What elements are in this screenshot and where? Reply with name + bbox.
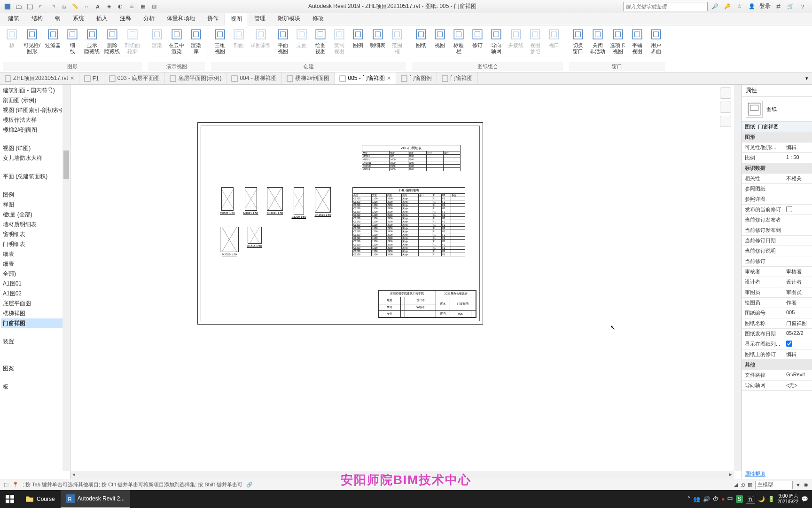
selection-toggle-icon[interactable]: ⬚	[4, 482, 8, 488]
model-icon[interactable]: ▦	[748, 482, 752, 488]
browser-item[interactable]: 细表	[1, 259, 69, 269]
ribbon-btn-2-0[interactable]: 三维 视图	[211, 26, 229, 56]
ribbon-btn-2-3[interactable]: 平面 视图	[274, 26, 292, 56]
link-icon[interactable]: 🔗	[246, 482, 253, 488]
browser-item[interactable]: 视图 (详图索引-剖切索引	[1, 105, 69, 115]
browser-item[interactable]: 平面 (总建筑面积)	[1, 172, 69, 182]
prop-row[interactable]: 图纸发布日期05/22/2	[742, 329, 812, 339]
prop-row[interactable]: 设计者设计者	[742, 277, 812, 287]
prop-row[interactable]: 图纸编号005	[742, 308, 812, 318]
redo-icon[interactable]	[48, 2, 57, 11]
ribbon-btn-4-2[interactable]: 选项卡 视图	[608, 26, 627, 56]
doc-tab-3[interactable]: 底层平面图(示例)	[165, 72, 226, 84]
text-icon[interactable]: A	[93, 2, 102, 11]
browser-item[interactable]: 窗明细表	[1, 230, 69, 239]
browser-item[interactable]: 图例	[1, 190, 69, 200]
browser-item[interactable]: 图案	[1, 364, 69, 373]
tray-volume-icon[interactable]: 🔊	[703, 496, 710, 502]
select-icon[interactable]: ◉	[804, 482, 808, 488]
prop-row[interactable]: 绘图员作者	[742, 298, 812, 308]
close-icon[interactable]: ✕	[70, 75, 74, 81]
ribbon-tab-9[interactable]: 视图	[225, 13, 248, 25]
doc-tab-4[interactable]: 004 - 楼梯祥图	[226, 72, 282, 84]
tray-up-icon[interactable]: ˄	[687, 496, 690, 502]
tray-moon-icon[interactable]: 🌙	[758, 496, 765, 502]
browser-item[interactable]: 装置	[1, 337, 69, 347]
ribbon-btn-0-2[interactable]: 过滤器	[43, 26, 62, 49]
prop-value[interactable]: 审核者	[784, 267, 812, 277]
ribbon-tab-10[interactable]: 管理	[248, 12, 272, 25]
browser-item[interactable]: A1图02	[1, 289, 69, 299]
ribbon-btn-2-8[interactable]: 明细表	[368, 26, 387, 49]
prop-value[interactable]	[784, 225, 812, 235]
doc-tab-5[interactable]: 楼梯2#剖面图	[282, 72, 335, 84]
browser-item[interactable]: 楼板作法大样	[1, 115, 69, 125]
doc-tab-6[interactable]: 005 - 门窗祥图✕	[335, 72, 396, 84]
ribbon-btn-4-0[interactable]: 切换 窗口	[569, 26, 587, 56]
user-icon[interactable]: 👤	[747, 2, 757, 11]
prop-row[interactable]: 参照图纸	[742, 184, 812, 194]
tray-ime-icon[interactable]: S	[736, 495, 742, 503]
browser-item[interactable]: 祥图	[1, 200, 69, 210]
pin-icon[interactable]: 📍	[12, 482, 19, 488]
prop-row[interactable]: 当前修订日期	[742, 236, 812, 246]
doc-tab-7[interactable]: 门窗图例	[396, 72, 437, 84]
properties-selector[interactable]: 图纸: 门窗祥图	[742, 122, 812, 132]
doc-tab-8[interactable]: 门窗祥图	[437, 72, 478, 84]
ribbon-tab-5[interactable]: 注释	[114, 12, 137, 25]
browser-list[interactable]: 建筑剖面 - 国内符号)剖面图 (示例)视图 (详图索引-剖切索引楼板作法大样楼…	[0, 85, 70, 393]
prop-value[interactable]: 作者	[784, 298, 812, 308]
ribbon-tab-3[interactable]: 系统	[67, 12, 90, 25]
prop-value[interactable]	[784, 246, 812, 256]
prop-row[interactable]: 图纸名称门窗祥图	[742, 318, 812, 329]
scrollbar-thumb[interactable]	[63, 151, 69, 179]
close-hidden-icon[interactable]: ▦	[138, 2, 148, 11]
browser-item[interactable]: 细表	[1, 249, 69, 259]
start-button[interactable]	[0, 490, 20, 508]
help-icon[interactable]: ?	[798, 2, 807, 11]
ribbon-btn-1-1[interactable]: 在云中 渲染	[167, 26, 186, 56]
ribbon-btn-1-2[interactable]: 渲染 库	[187, 26, 205, 56]
browser-item[interactable]	[1, 328, 69, 337]
browser-item[interactable]	[1, 135, 69, 143]
undo-icon[interactable]	[37, 2, 46, 11]
ribbon-btn-2-7[interactable]: 图例	[349, 26, 367, 49]
nav-home-icon[interactable]	[720, 87, 731, 99]
revit-app-icon[interactable]	[3, 2, 12, 11]
prop-value[interactable]	[784, 339, 812, 349]
prop-row[interactable]: 当前修订	[742, 256, 812, 267]
prop-row[interactable]: 当前修订发布者	[742, 215, 812, 225]
system-clock[interactable]: 9:00 周六 2021/5/22	[778, 493, 799, 505]
prop-row[interactable]: 当前修订发布到	[742, 225, 812, 236]
browser-item[interactable]: 楼梯2#剖面图	[1, 125, 69, 135]
browser-item[interactable]: 墙材质明细表	[1, 220, 69, 230]
measure-icon[interactable]: 📏	[70, 2, 80, 11]
nav-pan-icon[interactable]	[720, 116, 731, 127]
ribbon-btn-4-1[interactable]: 关闭 非活动	[588, 26, 607, 56]
browser-item[interactable]	[1, 163, 69, 172]
task-course[interactable]: Course	[20, 490, 61, 508]
ribbon-btn-3-1[interactable]: 视图	[431, 26, 449, 49]
doc-tab-1[interactable]: F1	[79, 73, 104, 84]
prop-value[interactable]: 1 : 50	[784, 153, 812, 163]
browser-item[interactable]: 楼梯祥图	[1, 309, 69, 318]
prop-value[interactable]: 编辑	[784, 143, 812, 152]
prop-row[interactable]: 导向轴网<无>	[742, 381, 812, 391]
prop-value[interactable]: 005	[784, 308, 812, 318]
navigation-bar[interactable]	[720, 87, 733, 127]
browser-item[interactable]: 全部)	[1, 269, 69, 279]
prop-row[interactable]: 参照详图	[742, 194, 812, 205]
3d-icon[interactable]: ◈	[104, 2, 114, 11]
ribbon-tab-6[interactable]: 分析	[137, 12, 161, 25]
prop-row[interactable]: 相关性不相关	[742, 174, 812, 184]
tray-ime-mode[interactable]: 五	[746, 495, 755, 504]
prop-row[interactable]: 文件路径G:\Revit	[742, 370, 812, 381]
browser-item[interactable]: 女儿墙防水大样	[1, 153, 69, 163]
prop-row[interactable]: 可见性/图形...编辑	[742, 143, 812, 153]
doc-tab-0[interactable]: ZHL项目20210517.rvt✕	[0, 72, 79, 84]
browser-item[interactable]: 视图 (详图)	[1, 143, 69, 153]
prop-value[interactable]: 设计者	[784, 277, 812, 287]
ribbon-btn-3-0[interactable]: 图纸	[412, 26, 430, 49]
prop-row[interactable]: 审图员审图员	[742, 287, 812, 298]
ribbon-btn-2-5[interactable]: 绘图 视图	[312, 26, 329, 56]
